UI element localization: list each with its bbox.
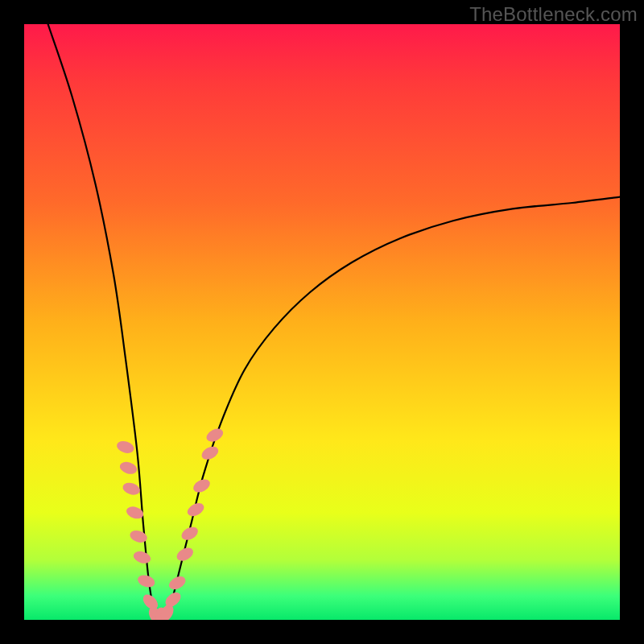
highlight-dots-group — [115, 426, 225, 620]
highlight-dot — [136, 573, 156, 589]
highlight-dot — [118, 460, 138, 476]
bottleneck-curve — [48, 24, 620, 620]
highlight-dot — [122, 481, 142, 497]
highlight-dot — [115, 439, 135, 455]
highlight-dot — [200, 444, 221, 462]
curve-svg — [24, 24, 620, 620]
highlight-dot — [132, 549, 152, 565]
plot-area — [24, 24, 620, 620]
chart-frame: TheBottleneck.com — [0, 0, 644, 644]
watermark-label: TheBottleneck.com — [469, 3, 638, 26]
